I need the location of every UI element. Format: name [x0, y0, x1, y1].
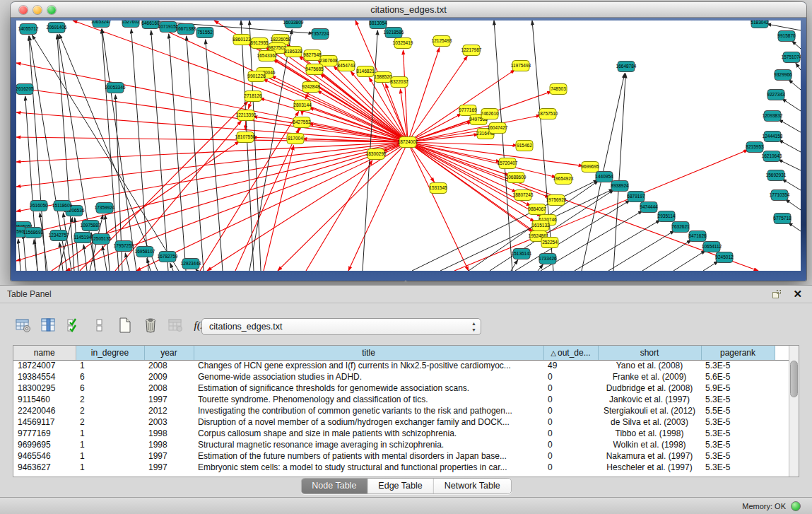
graph-node-label: 252254 — [542, 240, 558, 245]
window-titlebar[interactable]: citations_edges.txt — [11, 2, 806, 18]
panel-splitter-handle[interactable] — [402, 280, 409, 284]
column-header-out_de[interactable]: △out_de... — [543, 346, 598, 360]
graph-edge — [136, 142, 408, 271]
column-header-title[interactable]: title — [194, 346, 543, 360]
graph-edge — [169, 34, 186, 271]
graph-edge — [151, 30, 168, 271]
graph-node-label: 10688609 — [506, 175, 526, 180]
close-panel-icon[interactable]: ✕ — [793, 288, 802, 300]
graph-node-label: 19756928 — [546, 197, 567, 202]
graph-edge — [673, 250, 706, 271]
column-header-name[interactable]: name — [13, 346, 76, 360]
table-row[interactable]: 1872400712008Changes of HCN gene express… — [13, 360, 790, 371]
new-column-icon[interactable] — [116, 315, 134, 335]
window-title: citations_edges.txt — [11, 4, 806, 15]
graph-node-label: 19654923 — [553, 176, 574, 181]
table-row[interactable]: 1456911722003Disruption of a novel membe… — [13, 416, 790, 428]
graph-edge — [131, 29, 148, 271]
graph-node-label: 12213393 — [236, 112, 257, 117]
graph-node-label: 9245012 — [715, 255, 734, 259]
graph-node-label: 16782759 — [158, 254, 178, 259]
delete-column-trash-icon[interactable] — [141, 315, 160, 335]
select-all-icon[interactable] — [65, 315, 83, 335]
graph-node-label: 2718126 — [244, 93, 262, 98]
graph-node-label: 2616205 — [16, 86, 34, 91]
table-source-value: citations_edges.txt — [209, 322, 283, 332]
graph-node-label: 8454743 — [337, 63, 355, 68]
graph-node-label: 12093832 — [763, 113, 783, 118]
graph-node-label: 1145194 — [74, 235, 92, 240]
network-canvas[interactable]: 1872400788601238912955182260589827502165… — [16, 21, 801, 271]
graph-node-label: 8186328 — [284, 49, 302, 54]
graph-node-label: 18226058 — [271, 37, 291, 42]
table-row[interactable]: 946362711997Embryonic stem cells: a mode… — [13, 462, 790, 473]
graph-node-label: 9884067 — [528, 206, 546, 211]
graph-node-label: 15751074 — [782, 54, 801, 59]
table-row[interactable]: 911546021997Tourette syndrome. Phenomeno… — [13, 394, 790, 405]
graph-node-label: 15136141 — [512, 251, 532, 256]
graph-edge — [18, 239, 20, 271]
table-scrollbar[interactable] — [789, 346, 799, 477]
column-header-short[interactable]: short — [598, 346, 701, 360]
table-scrollbar-thumb[interactable] — [790, 361, 798, 397]
graph-edge — [454, 150, 748, 271]
table-mode-icon[interactable] — [14, 315, 33, 335]
column-header-year[interactable]: year — [144, 346, 194, 360]
graph-node-label: 6466160 — [141, 21, 160, 25]
graph-node-label: 12125493 — [432, 38, 452, 43]
graph-node-label: 915462 — [517, 143, 532, 148]
table-row[interactable]: 2242004622012Investigating the contribut… — [13, 405, 790, 416]
graph-node-label: 10975887 — [81, 223, 101, 228]
table-row[interactable]: 969969511998Structural magnetic resonanc… — [13, 439, 790, 450]
table-row[interactable]: 1938455462009Genome-wide association stu… — [13, 371, 790, 382]
graph-node-label: 8471626 — [688, 233, 707, 238]
graph-edge — [785, 199, 801, 210]
graph-edge — [779, 119, 801, 132]
graph-node-label: 7462610 — [481, 111, 499, 116]
graph-node-label: 12342757 — [49, 233, 69, 238]
graph-node-label: 8938924 — [611, 183, 629, 188]
graph-edge — [767, 24, 801, 30]
graph-edge — [125, 253, 129, 271]
column-header-in_degree[interactable]: in_degree — [76, 346, 144, 360]
graph-node-label: 18757510 — [538, 111, 558, 116]
graph-node-label: 10653247 — [91, 21, 112, 24]
graph-node-label: 16671388 — [176, 26, 196, 31]
table-tabs: Node TableEdge TableNetwork Table — [300, 478, 511, 494]
graph-node-label: 16543362 — [257, 53, 278, 58]
column-header-pagerank[interactable]: pagerank — [701, 346, 775, 360]
select-columns-icon[interactable] — [40, 315, 58, 335]
table-row[interactable]: 1830029562008Estimation of significance … — [13, 382, 790, 394]
float-panel-icon[interactable] — [772, 290, 781, 298]
graph-node-label: 17957253 — [114, 243, 134, 248]
graph-node-label: 9475685 — [305, 66, 324, 71]
graph-edge — [796, 63, 801, 70]
graph-edge — [170, 263, 173, 271]
network-window: citations_edges.txt 18724007886012389129… — [11, 2, 806, 281]
graph-node-label: 16958107 — [135, 249, 155, 254]
tab-network-table[interactable]: Network Table — [434, 479, 511, 493]
graph-node-label: 2616050 — [30, 203, 48, 208]
graph-node-label: 1531545 — [429, 185, 447, 190]
graph-edge — [408, 142, 556, 177]
tab-node-table[interactable]: Node Table — [301, 479, 367, 493]
graph-node-label: 12217987 — [461, 47, 482, 52]
graph-edge — [241, 21, 254, 271]
tab-edge-table[interactable]: Edge Table — [367, 479, 433, 493]
graph-node-label: 8322037 — [390, 79, 408, 84]
graph-node-label: 16648784 — [616, 64, 637, 69]
graph-edge — [408, 142, 517, 146]
graph-node-label: 1527602 — [122, 21, 140, 24]
graph-node-label: 15118609 — [52, 203, 73, 208]
graph-node-label: 15692931 — [766, 173, 787, 177]
graph-node-label: 1440954 — [595, 174, 613, 179]
table-row[interactable]: 946554611997Estimation of the future num… — [13, 450, 790, 462]
table-row[interactable]: 977716911998Corpus callosum shape and si… — [13, 428, 790, 439]
graph-node-label: 6775718 — [773, 216, 792, 221]
table-source-select[interactable]: citations_edges.txt ▲▼ — [201, 318, 481, 335]
graph-edge — [789, 79, 801, 90]
graph-node-label: 6879197 — [627, 194, 645, 199]
memory-status-label: Memory: OK — [742, 502, 786, 510]
unselect-all-icon[interactable] — [90, 315, 109, 335]
graph-node-label: 7632621 — [671, 224, 690, 229]
